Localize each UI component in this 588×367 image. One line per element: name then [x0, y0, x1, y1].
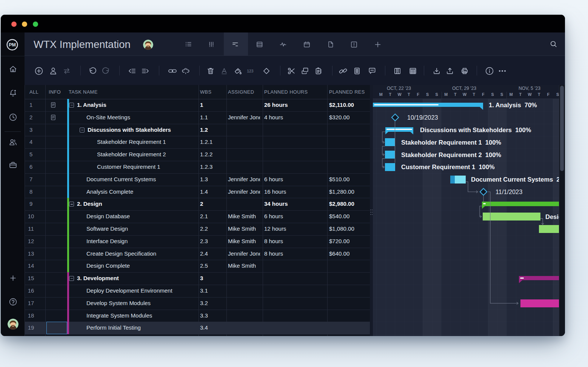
- svg-text:PM: PM: [9, 42, 16, 48]
- svg-text:123: 123: [247, 69, 254, 73]
